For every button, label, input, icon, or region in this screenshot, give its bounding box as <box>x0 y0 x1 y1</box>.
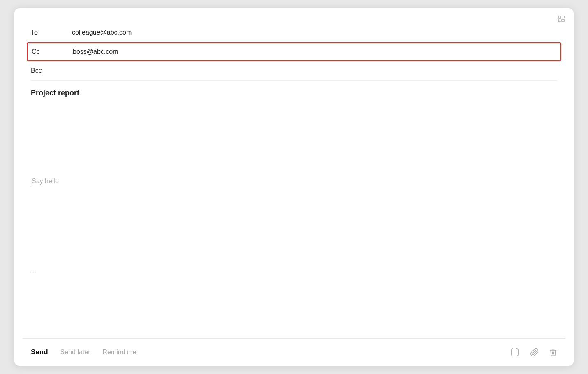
svg-rect-0 <box>558 16 561 18</box>
body-placeholder: Say hello <box>31 176 557 186</box>
send-button[interactable]: Send <box>31 348 48 356</box>
to-label: To <box>31 29 72 36</box>
subject-value[interactable]: Project report <box>31 89 79 97</box>
body-area[interactable]: Say hello <box>14 170 574 257</box>
cursor <box>31 178 31 185</box>
compose-window: To colleague@abc.com Cc boss@abc.com Bcc… <box>14 8 574 366</box>
send-later-button[interactable]: Send later <box>60 349 90 356</box>
trash-icon[interactable] <box>549 348 557 356</box>
footer-left: Send Send later Remind me <box>31 348 509 356</box>
cc-label: Cc <box>32 48 73 55</box>
cc-row[interactable]: Cc boss@abc.com <box>27 42 561 61</box>
bcc-row: Bcc <box>31 61 557 81</box>
fields-area: To colleague@abc.com Cc boss@abc.com Bcc… <box>14 23 574 170</box>
to-row: To colleague@abc.com <box>31 23 557 42</box>
compose-header <box>14 8 574 23</box>
svg-rect-1 <box>562 19 564 22</box>
remind-me-button[interactable]: Remind me <box>103 349 137 356</box>
braces-icon[interactable] <box>509 348 520 357</box>
to-value[interactable]: colleague@abc.com <box>72 29 132 36</box>
footer-right <box>509 348 557 357</box>
bcc-label: Bcc <box>31 67 72 74</box>
body-ellipsis: ... <box>14 267 574 274</box>
subject-row: Project report <box>31 81 557 106</box>
paperclip-icon[interactable] <box>530 348 539 357</box>
cc-value[interactable]: boss@abc.com <box>73 48 118 55</box>
footer: Send Send later Remind me <box>14 339 574 366</box>
expand-icon[interactable] <box>557 15 565 23</box>
